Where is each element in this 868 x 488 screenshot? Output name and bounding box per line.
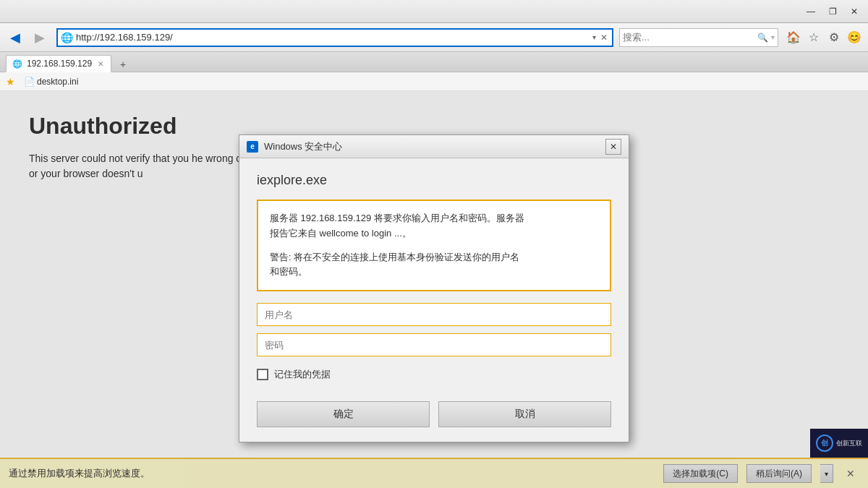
toolbar-icons: 🏠 ☆ ⚙ 😊 bbox=[784, 28, 864, 47]
password-input[interactable] bbox=[257, 333, 611, 356]
favorites-star-icon: ★ bbox=[6, 76, 15, 87]
confirm-button[interactable]: 确定 bbox=[257, 401, 430, 427]
username-input[interactable] bbox=[257, 303, 611, 326]
security-dialog: e Windows 安全中心 ✕ iexplore.exe 服务器 192.16… bbox=[239, 134, 629, 442]
cancel-button[interactable]: 取消 bbox=[438, 401, 611, 427]
fav-item-icon: 📄 bbox=[24, 77, 35, 87]
emoji-button[interactable]: 😊 bbox=[845, 28, 864, 47]
address-bar: 🌐 ▾ ✕ bbox=[56, 28, 613, 47]
active-tab[interactable]: 🌐 192.168.159.129 ✕ bbox=[6, 55, 111, 72]
search-input[interactable] bbox=[623, 32, 754, 43]
new-tab-button[interactable]: + bbox=[114, 57, 132, 72]
forward-button[interactable]: ▶ bbox=[29, 27, 51, 48]
fav-item-label: desktop.ini bbox=[37, 77, 78, 87]
dialog-close-button[interactable]: ✕ bbox=[605, 139, 621, 155]
dialog-body: iexplore.exe 服务器 192.168.159.129 将要求你输入用… bbox=[239, 158, 629, 442]
search-dropdown-icon[interactable]: ▾ bbox=[771, 33, 775, 41]
dialog-title-icon: e bbox=[247, 141, 258, 153]
dialog-titlebar: e Windows 安全中心 ✕ bbox=[239, 135, 629, 158]
favorites-bar: ★ 📄 desktop.ini bbox=[0, 72, 868, 91]
back-button[interactable]: ◀ bbox=[4, 27, 26, 48]
favorites-button[interactable]: ☆ bbox=[804, 28, 823, 47]
browser-content-area: Unauthorized This server could not verif… bbox=[0, 91, 868, 488]
home-button[interactable]: 🏠 bbox=[784, 28, 803, 47]
modal-overlay: e Windows 安全中心 ✕ iexplore.exe 服务器 192.16… bbox=[0, 91, 868, 488]
dialog-footer: 确定 取消 bbox=[257, 395, 611, 427]
tab-favicon: 🌐 bbox=[12, 59, 22, 69]
browser-titlebar: — ❐ ✕ bbox=[0, 0, 868, 23]
tab-bar: 🌐 192.168.159.129 ✕ + bbox=[0, 52, 868, 72]
dialog-app-name: iexplore.exe bbox=[257, 173, 611, 188]
address-dropdown-icon[interactable]: ▾ bbox=[592, 33, 596, 41]
dialog-message: 服务器 192.168.159.129 将要求你输入用户名和密码。服务器 报告它… bbox=[270, 211, 598, 241]
tab-label: 192.168.159.129 bbox=[27, 59, 92, 69]
remember-credentials-row: 记住我的凭据 bbox=[257, 368, 611, 381]
remember-checkbox[interactable] bbox=[257, 369, 268, 380]
restore-button[interactable]: ❐ bbox=[822, 4, 843, 20]
dialog-fields bbox=[257, 303, 611, 356]
dialog-warning: 警告: 将在不安全的连接上使用基本身份验证发送你的用户名 和密码。 bbox=[270, 250, 598, 281]
minimize-button[interactable]: — bbox=[800, 4, 822, 20]
address-input[interactable] bbox=[76, 32, 590, 43]
dialog-title-text: Windows 安全中心 bbox=[264, 140, 600, 153]
browser-toolbar: ◀ ▶ 🌐 ▾ ✕ 🔍 ▾ 🏠 ☆ ⚙ 😊 bbox=[0, 23, 868, 52]
address-icon: 🌐 bbox=[61, 32, 73, 43]
search-bar: 🔍 ▾ bbox=[619, 28, 778, 47]
close-window-button[interactable]: ✕ bbox=[843, 4, 865, 20]
address-close-icon[interactable]: ✕ bbox=[599, 33, 609, 43]
dialog-yellow-border-box: 服务器 192.168.159.129 将要求你输入用户名和密码。服务器 报告它… bbox=[257, 200, 611, 291]
search-button[interactable]: 🔍 bbox=[757, 33, 768, 43]
favorites-item-desktop-ini[interactable]: 📄 desktop.ini bbox=[21, 75, 81, 88]
settings-button[interactable]: ⚙ bbox=[825, 28, 843, 47]
tab-close-button[interactable]: ✕ bbox=[96, 59, 105, 69]
remember-label: 记住我的凭据 bbox=[274, 368, 331, 381]
